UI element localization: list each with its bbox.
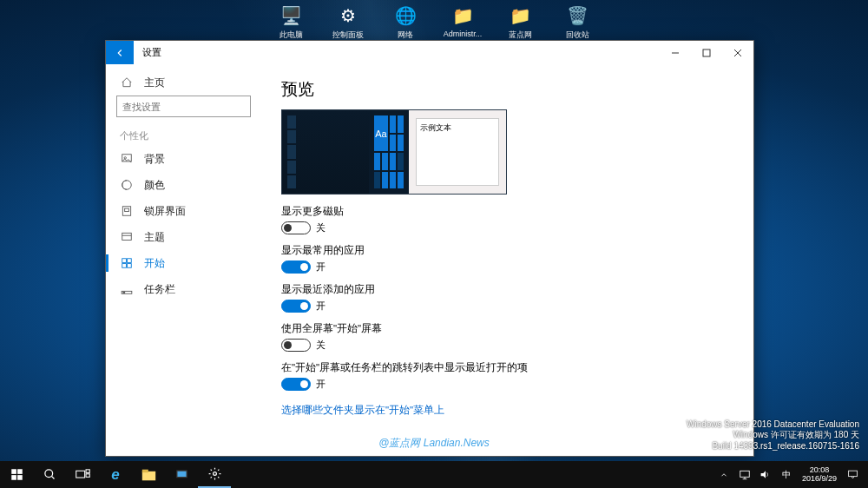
minimize-button[interactable] [660, 41, 691, 64]
toggle-3[interactable] [281, 339, 311, 352]
toggle-state-text-1: 开 [316, 260, 326, 274]
search-input[interactable] [116, 96, 251, 117]
toggle-0[interactable] [281, 221, 311, 234]
svg-rect-34 [848, 471, 857, 477]
svg-marker-33 [761, 471, 766, 478]
content-area: 预览 Aa 示例文本 显示更多磁贴关显示最常用的应用开显示最近添加的应用开使用全… [262, 64, 753, 456]
taskbar-settings[interactable] [198, 461, 231, 488]
sidebar-item-label: 颜色 [144, 179, 165, 192]
toggle-label-0: 显示更多磁贴 [281, 205, 734, 218]
svg-point-29 [213, 472, 216, 476]
taskbar-ie[interactable]: e [99, 461, 132, 488]
home-nav[interactable]: 主页 [106, 69, 261, 96]
start-button[interactable] [0, 461, 33, 488]
desktop-glyph-icon: 🌐 [393, 3, 418, 28]
desktop-icon-5[interactable]: 🗑️回收站 [552, 2, 602, 43]
taskbar-server-manager[interactable] [165, 461, 198, 488]
desktop-glyph-icon: 📁 [450, 3, 475, 28]
sidebar-item-label: 开始 [144, 257, 165, 270]
toggle-label-4: 在"开始"屏幕或任务栏的跳转列表中显示最近打开的项 [281, 361, 734, 374]
sidebar-item-icon [120, 230, 134, 244]
sidebar-item-2[interactable]: 锁屏界面 [106, 198, 261, 224]
svg-rect-1 [703, 49, 710, 56]
desktop-glyph-icon: 🗑️ [565, 3, 589, 28]
svg-rect-12 [122, 264, 127, 268]
taskbar-explorer[interactable] [132, 461, 165, 488]
svg-rect-23 [86, 470, 89, 473]
toggle-label-1: 显示最常用的应用 [281, 244, 734, 257]
desktop-glyph-icon: 🖥️ [279, 3, 303, 28]
sidebar-item-0[interactable]: 背景 [106, 146, 261, 172]
desktop-icon-label: Administr... [444, 30, 483, 38]
svg-rect-18 [11, 475, 16, 480]
svg-rect-30 [740, 471, 750, 477]
desktop-icon-0[interactable]: 🖥️此电脑 [266, 2, 316, 43]
close-button[interactable] [722, 41, 753, 64]
svg-rect-25 [141, 471, 155, 480]
svg-rect-17 [17, 469, 23, 474]
action-center-icon[interactable] [842, 469, 863, 480]
watermark: @蓝点网 Landian.News [378, 436, 490, 451]
toggle-state-text-4: 开 [316, 378, 326, 391]
tray-network-icon[interactable] [734, 470, 755, 480]
home-icon [120, 76, 134, 89]
desktop-icon-3[interactable]: 📁Administr... [437, 2, 488, 43]
tray-ime-icon[interactable]: 中 [776, 469, 797, 481]
svg-rect-9 [122, 233, 132, 240]
toggle-state-text-0: 关 [316, 221, 326, 234]
toggle-state-text-2: 开 [316, 300, 326, 313]
sidebar-item-label: 锁屏界面 [144, 205, 186, 218]
desktop-icon-4[interactable]: 📁蓝点网 [495, 2, 545, 43]
window-title: 设置 [134, 41, 170, 64]
sidebar-item-icon [120, 178, 134, 192]
svg-line-21 [51, 476, 54, 478]
svg-rect-8 [125, 208, 129, 212]
sidebar-item-label: 任务栏 [144, 283, 175, 296]
taskview-button[interactable] [66, 461, 99, 488]
svg-rect-16 [11, 469, 16, 474]
sidebar-item-icon [120, 256, 134, 270]
svg-rect-15 [123, 292, 125, 293]
svg-rect-22 [76, 471, 84, 478]
svg-rect-19 [17, 475, 23, 480]
sidebar-item-icon [120, 282, 134, 296]
desktop-icon-2[interactable]: 🌐网络 [380, 2, 431, 43]
sidebar-item-1[interactable]: 颜色 [106, 172, 261, 198]
sidebar-item-4[interactable]: 开始 [106, 250, 261, 276]
preview-window-text: 示例文本 [416, 118, 499, 186]
nav-group-header: 个性化 [106, 124, 261, 146]
clock[interactable]: 20:08 2016/9/29 [797, 466, 842, 484]
build-info: Windows Server 2016 Datacenter Evaluatio… [687, 419, 859, 452]
tray-volume-icon[interactable] [755, 469, 776, 480]
toggle-4[interactable] [281, 378, 311, 391]
sidebar-item-label: 背景 [144, 153, 165, 166]
settings-window: 设置 主页 个性化 背景颜色锁屏界面主题开始任务栏 预览 [105, 40, 754, 457]
home-label: 主页 [144, 76, 165, 89]
desktop-glyph-icon: 📁 [508, 3, 532, 28]
sidebar-item-5[interactable]: 任务栏 [106, 276, 261, 302]
choose-folders-link[interactable]: 选择哪些文件夹显示在"开始"菜单上 [281, 404, 444, 417]
desktop-glyph-icon: ⚙ [336, 3, 360, 28]
svg-rect-10 [122, 259, 127, 263]
sidebar: 主页 个性化 背景颜色锁屏界面主题开始任务栏 [106, 64, 262, 456]
build-line1: Windows Server 2016 Datacenter Evaluatio… [687, 419, 859, 431]
start-preview: Aa 示例文本 [281, 109, 507, 195]
toggle-label-3: 使用全屏幕"开始"屏幕 [281, 322, 734, 335]
clock-date: 2016/9/29 [802, 475, 837, 484]
tray-chevron-icon[interactable] [713, 471, 734, 479]
page-title: 预览 [281, 78, 734, 101]
svg-rect-11 [128, 259, 132, 263]
svg-rect-13 [128, 264, 132, 268]
desktop-icon-1[interactable]: ⚙控制面板 [323, 2, 373, 43]
back-button[interactable] [106, 41, 134, 64]
sidebar-item-3[interactable]: 主题 [106, 224, 261, 250]
svg-rect-28 [177, 472, 186, 477]
search-button[interactable] [33, 461, 66, 488]
toggle-2[interactable] [281, 300, 311, 313]
sidebar-item-label: 主题 [144, 231, 165, 244]
taskbar: e 中 20:08 2016/9/29 [0, 461, 868, 488]
toggle-1[interactable] [281, 260, 311, 274]
maximize-button[interactable] [691, 41, 722, 64]
toggle-label-2: 显示最近添加的应用 [281, 283, 734, 296]
sidebar-item-icon [120, 152, 134, 166]
